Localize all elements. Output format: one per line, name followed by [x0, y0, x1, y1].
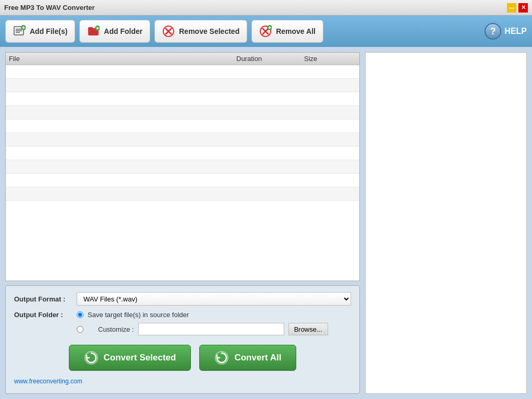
remove-selected-button[interactable]: Remove Selected: [154, 20, 247, 43]
output-format-row: Output Format : WAV Files (*.wav) MP3 Fi…: [14, 292, 351, 306]
table-row: [6, 79, 359, 92]
convert-buttons-area: Convert Selected Convert All: [14, 341, 351, 375]
browse-button[interactable]: Browse...: [288, 323, 328, 335]
radio-source-label: Save target file(s) in source folder: [88, 311, 189, 319]
format-select[interactable]: WAV Files (*.wav) MP3 Files (*.mp3) OGG …: [77, 292, 351, 306]
left-panel: File Duration Size Output: [0, 47, 365, 399]
main-area: File Duration Size Output: [0, 47, 532, 399]
remove-all-label: Remove All: [276, 27, 316, 35]
table-row: [6, 147, 359, 160]
remove-selected-icon: [162, 25, 175, 38]
add-files-icon: [13, 25, 26, 38]
output-folder-label: Output Folder :: [14, 311, 71, 319]
add-files-button[interactable]: Add File(s): [5, 20, 75, 43]
table-row: [6, 133, 359, 147]
file-list-header: File Duration Size: [6, 53, 359, 65]
convert-all-button[interactable]: Convert All: [199, 345, 296, 371]
close-button[interactable]: ✕: [518, 3, 528, 13]
table-row: [6, 160, 359, 174]
col-duration-header: Duration: [236, 55, 304, 63]
radio-customize-item: Customize : Browse...: [77, 323, 328, 335]
table-row: [6, 174, 359, 187]
add-folder-icon: [87, 25, 100, 38]
add-folder-label: Add Folder: [104, 27, 142, 35]
table-row: [6, 92, 359, 106]
window-title: Free MP3 To WAV Converter: [4, 4, 95, 11]
settings-area: Output Format : WAV Files (*.wav) MP3 Fi…: [5, 285, 360, 394]
table-row: [6, 106, 359, 119]
radio-source[interactable]: [77, 311, 83, 318]
file-list-rows[interactable]: [6, 65, 359, 279]
convert-all-label: Convert All: [234, 353, 281, 363]
remove-selected-label: Remove Selected: [179, 27, 239, 35]
file-list-container: File Duration Size: [5, 52, 360, 281]
radio-group: Save target file(s) in source folder Cus…: [77, 311, 328, 335]
minimize-button[interactable]: —: [507, 3, 516, 13]
radio-customize-label: Customize :: [98, 325, 134, 333]
convert-selected-button[interactable]: Convert Selected: [69, 345, 191, 371]
help-label: HELP: [504, 27, 527, 36]
right-panel: [365, 52, 527, 394]
col-file-header: File: [9, 55, 236, 63]
convert-all-icon: [214, 350, 229, 365]
customize-row: Customize : Browse...: [98, 323, 328, 335]
remove-all-button[interactable]: Remove All: [251, 20, 323, 43]
remove-all-icon: [259, 25, 272, 38]
help-icon: ?: [485, 23, 501, 40]
website-link[interactable]: www.freeconverting.com: [14, 378, 82, 385]
toolbar: Add File(s) Add Folder Remove Selected: [0, 16, 532, 47]
radio-source-item: Save target file(s) in source folder: [77, 311, 328, 319]
col-size-header: Size: [304, 55, 356, 63]
table-row: [6, 187, 359, 201]
customize-input[interactable]: [138, 323, 284, 335]
convert-selected-label: Convert Selected: [104, 353, 176, 363]
footer-link-area: www.freeconverting.com: [14, 375, 351, 387]
radio-customize[interactable]: [77, 326, 83, 333]
table-row: [6, 65, 359, 79]
help-button[interactable]: ? HELP: [485, 23, 527, 40]
table-row: [6, 119, 359, 133]
output-format-label: Output Format :: [14, 295, 71, 303]
output-folder-row: Output Folder : Save target file(s) in s…: [14, 311, 351, 335]
add-folder-button[interactable]: Add Folder: [79, 20, 150, 43]
title-bar: Free MP3 To WAV Converter — ✕: [0, 0, 532, 16]
add-files-label: Add File(s): [30, 27, 67, 35]
convert-selected-icon: [84, 350, 99, 365]
title-buttons: — ✕: [507, 3, 528, 13]
